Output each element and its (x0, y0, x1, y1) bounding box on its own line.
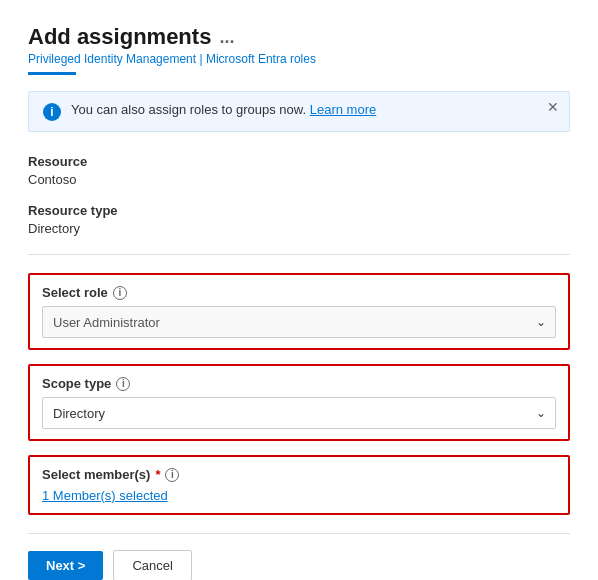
resource-label: Resource (28, 154, 570, 169)
resource-type-value: Directory (28, 221, 570, 236)
select-role-tooltip-icon[interactable]: i (113, 286, 127, 300)
breadcrumb-separator: | (196, 52, 206, 66)
close-banner-button[interactable]: ✕ (547, 100, 559, 114)
select-role-label: Select role i (42, 285, 556, 300)
resource-type-label: Resource type (28, 203, 570, 218)
select-role-wrapper: User Administrator ⌄ (42, 306, 556, 338)
info-banner: i You can also assign roles to groups no… (28, 91, 570, 132)
select-role-section: Select role i User Administrator ⌄ (28, 273, 570, 350)
footer-divider (28, 533, 570, 534)
cancel-button[interactable]: Cancel (113, 550, 191, 580)
footer-buttons: Next > Cancel (28, 550, 570, 580)
scope-type-label: Scope type i (42, 376, 556, 391)
title-text: Add assignments (28, 24, 211, 50)
breadcrumb: Privileged Identity Management | Microso… (28, 52, 570, 66)
scope-type-section: Scope type i Directory ⌄ (28, 364, 570, 441)
select-members-tooltip-icon[interactable]: i (165, 468, 179, 482)
select-role-label-text: Select role (42, 285, 108, 300)
select-members-label-text: Select member(s) (42, 467, 150, 482)
scope-type-label-text: Scope type (42, 376, 111, 391)
select-role-dropdown[interactable]: User Administrator (42, 306, 556, 338)
breadcrumb-part1[interactable]: Privileged Identity Management (28, 52, 196, 66)
required-star: * (155, 467, 160, 482)
tab-underline (28, 72, 76, 75)
ellipsis-menu-icon[interactable]: ... (219, 27, 234, 48)
resource-type-field: Resource type Directory (28, 203, 570, 236)
select-members-section: Select member(s) * i 1 Member(s) selecte… (28, 455, 570, 515)
page-title: Add assignments ... (28, 24, 570, 50)
select-members-label: Select member(s) * i (42, 467, 556, 482)
scope-type-wrapper: Directory ⌄ (42, 397, 556, 429)
info-icon: i (43, 103, 61, 121)
resource-field: Resource Contoso (28, 154, 570, 187)
breadcrumb-part2[interactable]: Microsoft Entra roles (206, 52, 316, 66)
scope-type-dropdown[interactable]: Directory (42, 397, 556, 429)
learn-more-link[interactable]: Learn more (310, 102, 376, 117)
info-message: You can also assign roles to groups now. (71, 102, 306, 117)
scope-type-tooltip-icon[interactable]: i (116, 377, 130, 391)
info-banner-text: You can also assign roles to groups now.… (71, 102, 555, 117)
resource-value: Contoso (28, 172, 570, 187)
next-button[interactable]: Next > (28, 551, 103, 580)
members-selected-link[interactable]: 1 Member(s) selected (42, 488, 556, 503)
section-divider (28, 254, 570, 255)
